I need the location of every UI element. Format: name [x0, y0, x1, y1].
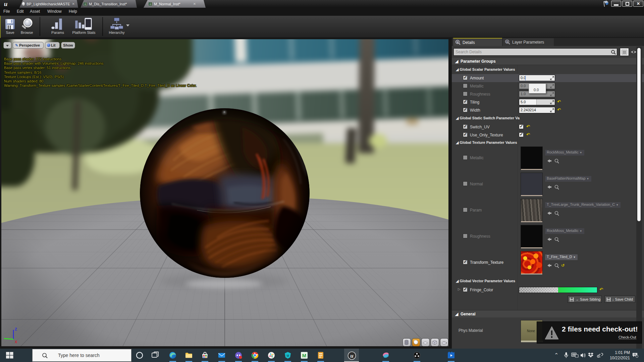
svg-text:↺: ↺ [561, 263, 565, 268]
svg-text:u: u [4, 1, 8, 7]
svg-text:X: X [15, 340, 17, 344]
svg-text:Z: Z [15, 327, 17, 331]
svg-text:M: M [302, 353, 307, 358]
svg-text:u: u [287, 353, 289, 357]
